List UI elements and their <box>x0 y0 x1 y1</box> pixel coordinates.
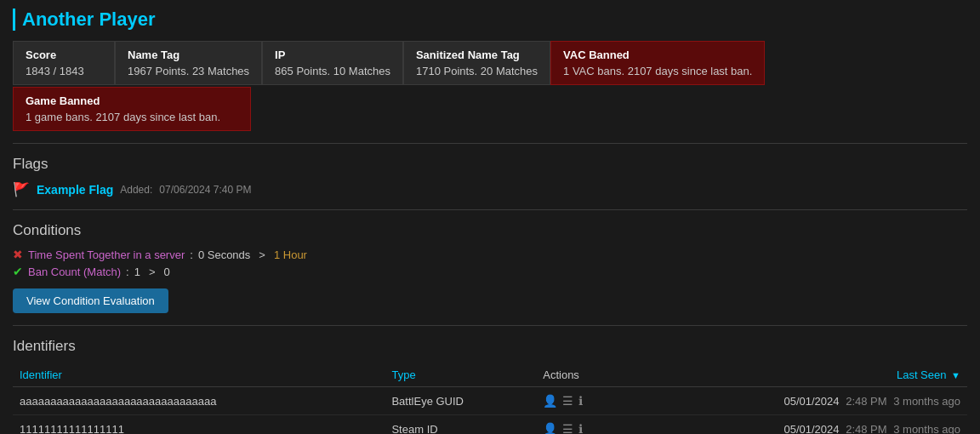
identifiers-section: Identifiers Identifier Type Actions Last… <box>13 338 967 434</box>
flag-icon: 🚩 <box>13 181 30 197</box>
info-icon[interactable]: ℹ <box>578 394 583 408</box>
game-banned-label: Game Banned <box>26 94 238 107</box>
sanitized-label: Sanitized Name Tag <box>416 49 538 61</box>
condition-pass-icon: ✔ <box>13 265 23 278</box>
last-seen-time: 2:48 PM <box>846 395 886 408</box>
last-seen-cell: 05/01/2024 2:48 PM 3 months ago <box>631 415 967 435</box>
identifier-cell: 11111111111111111 <box>13 415 385 435</box>
flag-date-prefix: Added: <box>120 184 152 196</box>
col-last-seen: Last Seen ▼ <box>631 363 967 387</box>
flags-section: Flags 🚩 Example Flag Added: 07/06/2024 7… <box>13 156 967 197</box>
info-icon[interactable]: ℹ <box>578 422 583 434</box>
type-cell: BattlEye GUID <box>385 387 536 415</box>
vac-label: VAC Banned <box>563 49 752 61</box>
condition-name-0: Time Spent Together in a server <box>28 248 185 261</box>
condition-val-0: 0 Seconds <box>198 248 250 261</box>
vac-value: 1 VAC bans. 2107 days since last ban. <box>563 65 752 77</box>
last-seen-time: 2:48 PM <box>846 423 886 435</box>
table-row: 11111111111111111Steam ID 👤 ☰ ℹ 05/01/20… <box>13 415 967 435</box>
conditions-section: Conditions ✖ Time Spent Together in a se… <box>13 222 967 313</box>
actions-cell: 👤 ☰ ℹ <box>536 415 630 435</box>
table-head: Identifier Type Actions Last Seen ▼ <box>13 363 967 387</box>
conditions-title: Conditions <box>13 222 967 239</box>
sanitized-box: Sanitized Name Tag 1710 Points. 20 Match… <box>403 41 550 85</box>
condition-threshold-1: 0 <box>164 266 170 278</box>
person-icon[interactable]: 👤 <box>543 422 557 434</box>
sort-icon: ▼ <box>951 370 960 380</box>
col-actions: Actions <box>536 363 630 387</box>
game-banned-box: Game Banned 1 game bans. 2107 days since… <box>13 87 251 131</box>
condition-sep-1: : <box>126 266 129 278</box>
identifiers-table: Identifier Type Actions Last Seen ▼ aaaa… <box>13 363 967 434</box>
actions-cell: 👤 ☰ ℹ <box>536 387 630 415</box>
flag-date: 07/06/2024 7:40 PM <box>159 184 251 196</box>
flag-name: Example Flag <box>37 183 113 197</box>
last-seen-cell: 05/01/2024 2:48 PM 3 months ago <box>631 387 967 415</box>
sanitized-value: 1710 Points. 20 Matches <box>416 65 538 77</box>
page-container: Another Player Score 1843 / 1843 Name Ta… <box>0 0 980 434</box>
condition-sep-0: : <box>190 248 193 261</box>
identifiers-title: Identifiers <box>13 338 967 355</box>
list-icon[interactable]: ☰ <box>562 422 573 434</box>
last-seen-label: Last Seen <box>897 368 947 381</box>
condition-item-0: ✖ Time Spent Together in a server : 0 Se… <box>13 248 967 261</box>
bans-row: Game Banned 1 game bans. 2107 days since… <box>13 85 967 131</box>
type-cell: Steam ID <box>385 415 536 435</box>
condition-gt-0: > <box>259 248 265 261</box>
ip-label: IP <box>275 49 390 61</box>
identifiers-tbody: aaaaaaaaaaaaaaaaaaaaaaaaaaaaaaaaBattlEye… <box>13 387 967 435</box>
ip-value: 865 Points. 10 Matches <box>275 65 390 77</box>
table-row: aaaaaaaaaaaaaaaaaaaaaaaaaaaaaaaaBattlEye… <box>13 387 967 415</box>
last-seen-ago: 3 months ago <box>893 395 960 408</box>
name-tag-value: 1967 Points. 23 Matches <box>128 65 249 77</box>
person-icon[interactable]: 👤 <box>543 394 557 408</box>
last-seen-ago: 3 months ago <box>893 423 960 435</box>
table-header-row: Identifier Type Actions Last Seen ▼ <box>13 363 967 387</box>
name-tag-box: Name Tag 1967 Points. 23 Matches <box>115 41 262 85</box>
last-seen-date: 05/01/2024 <box>783 423 839 435</box>
condition-val-1: 1 <box>134 266 140 278</box>
flags-title: Flags <box>13 156 967 173</box>
score-label: Score <box>26 49 102 61</box>
divider-3 <box>13 325 967 326</box>
condition-name-1: Ban Count (Match) <box>28 266 121 278</box>
view-condition-evaluation-button[interactable]: View Condition Evaluation <box>13 288 168 313</box>
ip-box: IP 865 Points. 10 Matches <box>262 41 403 85</box>
score-box: Score 1843 / 1843 <box>13 41 115 85</box>
col-type: Type <box>385 363 536 387</box>
divider-1 <box>13 143 967 144</box>
col-identifier: Identifier <box>13 363 385 387</box>
condition-threshold-0: 1 Hour <box>274 248 307 261</box>
game-banned-value: 1 game bans. 2107 days since last ban. <box>26 111 238 123</box>
flag-item: 🚩 Example Flag Added: 07/06/2024 7:40 PM <box>13 181 967 197</box>
last-seen-date: 05/01/2024 <box>783 395 839 408</box>
list-icon[interactable]: ☰ <box>562 394 573 408</box>
score-value: 1843 / 1843 <box>26 65 102 77</box>
condition-item-1: ✔ Ban Count (Match) : 1 > 0 <box>13 265 967 278</box>
name-tag-label: Name Tag <box>128 49 249 61</box>
identifier-cell: aaaaaaaaaaaaaaaaaaaaaaaaaaaaaaaa <box>13 387 385 415</box>
divider-2 <box>13 209 967 210</box>
player-title: Another Player <box>13 9 967 31</box>
condition-fail-icon: ✖ <box>13 248 23 261</box>
stats-row: Score 1843 / 1843 Name Tag 1967 Points. … <box>13 41 967 85</box>
vac-banned-box: VAC Banned 1 VAC bans. 2107 days since l… <box>550 41 765 85</box>
condition-gt-1: > <box>149 266 156 278</box>
